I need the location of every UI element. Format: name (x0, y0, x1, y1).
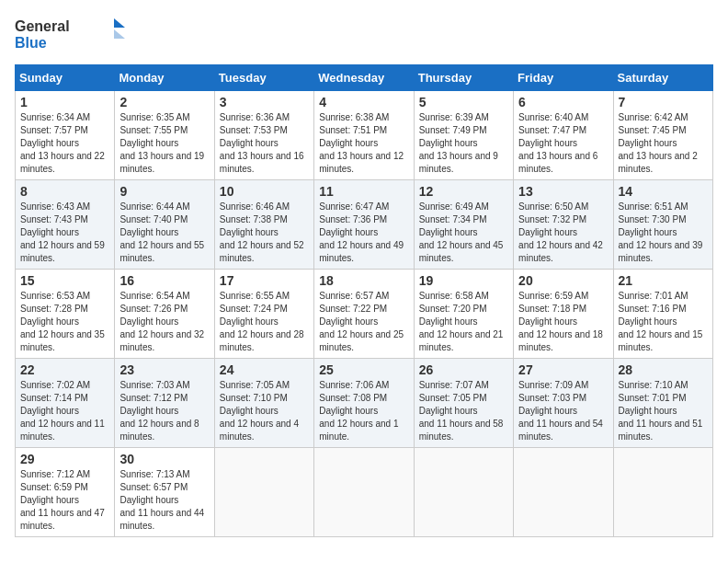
day-number: 2 (119, 95, 209, 109)
day-info: Sunrise: 6:34 AMSunset: 7:57 PMDaylight … (20, 112, 105, 174)
day-number: 29 (20, 452, 109, 466)
col-header-wednesday: Wednesday (314, 65, 414, 91)
calendar-cell: 7 Sunrise: 6:42 AMSunset: 7:45 PMDayligh… (613, 91, 712, 180)
calendar-cell: 20 Sunrise: 6:59 AMSunset: 7:18 PMDaylig… (514, 270, 613, 359)
day-number: 22 (20, 362, 109, 377)
day-info: Sunrise: 7:12 AMSunset: 6:59 PMDaylight … (20, 469, 105, 531)
day-info: Sunrise: 7:13 AMSunset: 6:57 PMDaylight … (119, 469, 204, 531)
day-number: 19 (419, 273, 508, 288)
day-number: 12 (419, 184, 508, 199)
day-info: Sunrise: 6:39 AMSunset: 7:49 PMDaylight … (419, 112, 498, 174)
calendar-cell: 1 Sunrise: 6:34 AMSunset: 7:57 PMDayligh… (16, 91, 115, 180)
calendar-cell (414, 448, 513, 537)
day-number: 3 (220, 95, 309, 109)
calendar-cell: 10 Sunrise: 6:46 AMSunset: 7:38 PMDaylig… (214, 180, 313, 270)
day-number: 5 (419, 95, 508, 109)
day-info: Sunrise: 6:54 AMSunset: 7:26 PMDaylight … (119, 291, 204, 352)
calendar-cell: 4 Sunrise: 6:38 AMSunset: 7:51 PMDayligh… (314, 91, 414, 180)
day-number: 9 (119, 184, 209, 199)
calendar-cell: 28 Sunrise: 7:10 AMSunset: 7:01 PMDaylig… (613, 359, 712, 448)
day-number: 18 (319, 273, 408, 288)
day-info: Sunrise: 6:57 AMSunset: 7:22 PMDaylight … (319, 291, 404, 352)
day-number: 20 (518, 273, 608, 288)
calendar-cell: 9 Sunrise: 6:44 AMSunset: 7:40 PMDayligh… (115, 180, 214, 270)
day-number: 15 (20, 273, 109, 288)
col-header-thursday: Thursday (414, 65, 513, 91)
calendar-cell: 2 Sunrise: 6:35 AMSunset: 7:55 PMDayligh… (115, 91, 214, 180)
calendar-cell (514, 448, 613, 537)
day-number: 27 (518, 362, 608, 377)
calendar-cell (214, 448, 313, 537)
calendar-cell: 11 Sunrise: 6:47 AMSunset: 7:36 PMDaylig… (314, 180, 414, 270)
header: General Blue (15, 15, 713, 55)
calendar-cell (314, 448, 414, 537)
day-number: 23 (119, 362, 209, 377)
calendar-cell: 24 Sunrise: 7:05 AMSunset: 7:10 PMDaylig… (214, 359, 313, 448)
col-header-sunday: Sunday (16, 65, 115, 91)
calendar-cell: 26 Sunrise: 7:07 AMSunset: 7:05 PMDaylig… (414, 359, 513, 448)
calendar-cell: 25 Sunrise: 7:06 AMSunset: 7:08 PMDaylig… (314, 359, 414, 448)
col-header-monday: Monday (115, 65, 214, 91)
calendar-cell: 18 Sunrise: 6:57 AMSunset: 7:22 PMDaylig… (314, 270, 414, 359)
day-info: Sunrise: 6:38 AMSunset: 7:51 PMDaylight … (319, 112, 404, 174)
calendar-cell: 14 Sunrise: 6:51 AMSunset: 7:30 PMDaylig… (613, 180, 712, 270)
calendar-cell: 15 Sunrise: 6:53 AMSunset: 7:28 PMDaylig… (16, 270, 115, 359)
calendar-cell: 17 Sunrise: 6:55 AMSunset: 7:24 PMDaylig… (214, 270, 313, 359)
day-info: Sunrise: 6:35 AMSunset: 7:55 PMDaylight … (119, 112, 204, 174)
day-number: 30 (119, 452, 209, 466)
logo-wrap: General Blue (15, 15, 125, 55)
svg-text:Blue: Blue (15, 35, 47, 51)
col-header-tuesday: Tuesday (214, 65, 313, 91)
calendar-cell: 22 Sunrise: 7:02 AMSunset: 7:14 PMDaylig… (16, 359, 115, 448)
day-info: Sunrise: 7:10 AMSunset: 7:01 PMDaylight … (619, 380, 703, 442)
day-info: Sunrise: 6:44 AMSunset: 7:40 PMDaylight … (119, 201, 204, 263)
day-info: Sunrise: 6:40 AMSunset: 7:47 PMDaylight … (518, 112, 597, 174)
calendar-cell: 19 Sunrise: 6:58 AMSunset: 7:20 PMDaylig… (414, 270, 513, 359)
day-info: Sunrise: 6:51 AMSunset: 7:30 PMDaylight … (619, 201, 703, 263)
day-info: Sunrise: 6:42 AMSunset: 7:45 PMDaylight … (619, 112, 698, 174)
day-number: 25 (319, 362, 408, 377)
day-info: Sunrise: 6:43 AMSunset: 7:43 PMDaylight … (20, 201, 105, 263)
day-info: Sunrise: 6:53 AMSunset: 7:28 PMDaylight … (20, 291, 105, 352)
day-number: 21 (619, 273, 708, 288)
day-info: Sunrise: 7:02 AMSunset: 7:14 PMDaylight … (20, 380, 105, 442)
day-number: 8 (20, 184, 109, 199)
calendar-table: SundayMondayTuesdayWednesdayThursdayFrid… (15, 64, 713, 537)
day-info: Sunrise: 7:07 AMSunset: 7:05 PMDaylight … (419, 380, 504, 442)
calendar-cell: 5 Sunrise: 6:39 AMSunset: 7:49 PMDayligh… (414, 91, 513, 180)
day-number: 1 (20, 95, 109, 109)
day-info: Sunrise: 7:06 AMSunset: 7:08 PMDaylight … (319, 380, 398, 442)
day-info: Sunrise: 6:36 AMSunset: 7:53 PMDaylight … (220, 112, 304, 174)
day-number: 7 (619, 95, 708, 109)
logo-svg: General Blue (15, 15, 125, 55)
calendar-cell: 12 Sunrise: 6:49 AMSunset: 7:34 PMDaylig… (414, 180, 513, 270)
logo: General Blue (15, 15, 125, 55)
day-info: Sunrise: 6:47 AMSunset: 7:36 PMDaylight … (319, 201, 404, 263)
col-header-friday: Friday (514, 65, 613, 91)
day-number: 10 (220, 184, 309, 199)
day-info: Sunrise: 7:09 AMSunset: 7:03 PMDaylight … (518, 380, 603, 442)
svg-marker-3 (114, 29, 125, 39)
col-header-saturday: Saturday (613, 65, 712, 91)
calendar-cell: 13 Sunrise: 6:50 AMSunset: 7:32 PMDaylig… (514, 180, 613, 270)
day-number: 6 (518, 95, 608, 109)
day-number: 11 (319, 184, 408, 199)
calendar-cell (613, 448, 712, 537)
day-number: 26 (419, 362, 508, 377)
day-number: 24 (220, 362, 309, 377)
day-info: Sunrise: 7:03 AMSunset: 7:12 PMDaylight … (119, 380, 199, 442)
day-info: Sunrise: 6:49 AMSunset: 7:34 PMDaylight … (419, 201, 504, 263)
day-number: 16 (119, 273, 209, 288)
day-info: Sunrise: 7:05 AMSunset: 7:10 PMDaylight … (220, 380, 299, 442)
day-info: Sunrise: 6:58 AMSunset: 7:20 PMDaylight … (419, 291, 504, 352)
svg-marker-2 (114, 18, 125, 28)
day-info: Sunrise: 6:46 AMSunset: 7:38 PMDaylight … (220, 201, 304, 263)
day-number: 14 (619, 184, 708, 199)
calendar-cell: 27 Sunrise: 7:09 AMSunset: 7:03 PMDaylig… (514, 359, 613, 448)
calendar-cell: 23 Sunrise: 7:03 AMSunset: 7:12 PMDaylig… (115, 359, 214, 448)
day-info: Sunrise: 6:55 AMSunset: 7:24 PMDaylight … (220, 291, 304, 352)
day-info: Sunrise: 7:01 AMSunset: 7:16 PMDaylight … (619, 291, 703, 352)
day-number: 17 (220, 273, 309, 288)
day-info: Sunrise: 6:50 AMSunset: 7:32 PMDaylight … (518, 201, 603, 263)
calendar-cell: 21 Sunrise: 7:01 AMSunset: 7:16 PMDaylig… (613, 270, 712, 359)
